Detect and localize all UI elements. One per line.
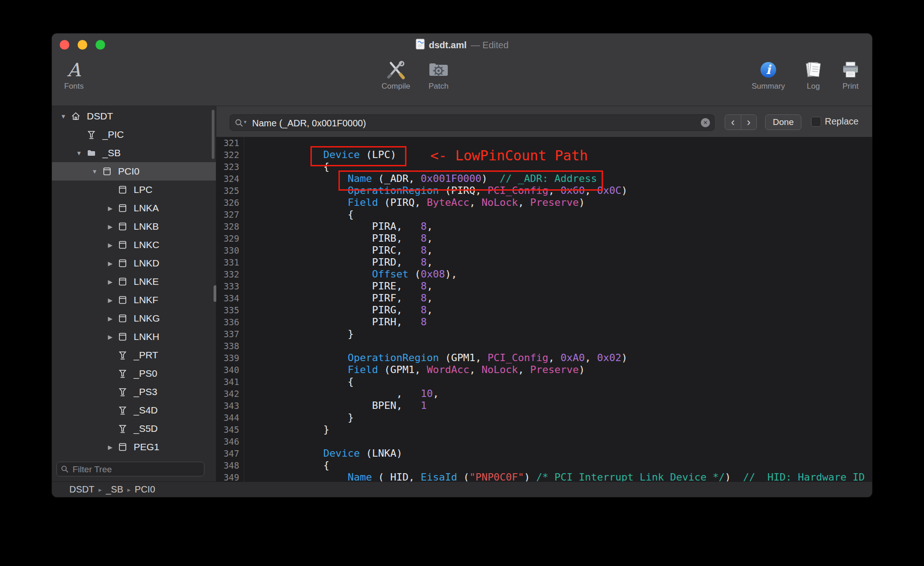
tree-item-lnke[interactable]: ▶LNKE [52, 272, 216, 291]
replace-checkbox[interactable] [811, 117, 821, 127]
tree-item-lnkh[interactable]: ▶LNKH [52, 328, 216, 346]
disclosure-open-icon[interactable]: ▼ [73, 150, 85, 157]
tree-item-_ps0[interactable]: _PS0 [52, 364, 216, 383]
zoom-button[interactable] [96, 40, 105, 50]
filter-tree-field[interactable] [56, 462, 204, 476]
code-text: OperationRegion (GPM1, PCI_Config, 0xA0,… [244, 352, 627, 364]
code-line[interactable]: 346 [216, 436, 872, 447]
disclosure-closed-icon[interactable]: ▶ [104, 278, 116, 285]
code-line[interactable]: 342 , 10, [216, 388, 872, 400]
code-line[interactable]: 332 Offset (0x08), [216, 268, 872, 280]
tree-item-_prt[interactable]: _PRT [52, 346, 216, 364]
code-text: PIRD, 8, [244, 256, 433, 268]
close-button[interactable] [60, 40, 69, 50]
disclosure-open-icon[interactable]: ▼ [57, 113, 69, 120]
tree-item-peg1[interactable]: ▶PEG1 [52, 438, 216, 456]
tree-item-lpc[interactable]: LPC [52, 181, 216, 199]
tree-item-label: LNKB [134, 221, 159, 232]
tree-item-_ps3[interactable]: _PS3 [52, 383, 216, 401]
code-line[interactable]: 349 Name (_HID, EisaId ("PNP0C0F") /* PC… [216, 471, 872, 481]
disclosure-open-icon[interactable]: ▼ [89, 168, 101, 175]
breadcrumb-separator-icon: ▸ [127, 486, 130, 493]
document-icon [416, 39, 425, 51]
code-line[interactable]: 340 Field (GPM1, WordAcc, NoLock, Preser… [216, 364, 872, 376]
editor-panel: ▾ ✕ ‹ › Done Replace 321322 Device (LPC)… [216, 106, 872, 481]
breadcrumb-item[interactable]: _SB [106, 484, 123, 495]
code-text: { [244, 161, 329, 173]
code-line[interactable]: 334 PIRF, 8, [216, 292, 872, 304]
find-next-button[interactable]: › [741, 115, 757, 130]
tree-item-lnkb[interactable]: ▶LNKB [52, 217, 216, 236]
code-line[interactable]: 326 Field (PIRQ, ByteAcc, NoLock, Preser… [216, 197, 872, 209]
filter-tree-input[interactable] [72, 462, 201, 477]
sidebar-scrollbar[interactable] [212, 110, 214, 159]
search-icon[interactable] [234, 118, 244, 130]
disclosure-closed-icon[interactable]: ▶ [104, 334, 116, 340]
code-line[interactable]: 324 Name (_ADR, 0x001F0000) // _ADR: Add… [216, 173, 872, 185]
code-lines: 321322 Device (LPC)323 {324 Name (_ADR, … [216, 137, 872, 481]
minimize-button[interactable] [78, 40, 87, 50]
code-line[interactable]: 338 [216, 340, 872, 352]
fonts-button[interactable]: A Fonts [52, 59, 96, 91]
tree-item-_s4d[interactable]: _S4D [52, 401, 216, 419]
code-line[interactable]: 330 PIRC, 8, [216, 244, 872, 256]
find-previous-button[interactable]: ‹ [725, 115, 741, 130]
code-line[interactable]: 328 PIRA, 8, [216, 221, 872, 232]
tree-item-_pic[interactable]: _PIC [52, 125, 216, 144]
tree-item-lnkf[interactable]: ▶LNKF [52, 291, 216, 309]
find-input[interactable] [251, 115, 696, 131]
code-text: Field (GPM1, WordAcc, NoLock, Preserve) [244, 364, 585, 376]
code-line[interactable]: 329 PIRB, 8, [216, 232, 872, 244]
code-line[interactable]: 344 } [216, 412, 872, 424]
breadcrumb-item[interactable]: DSDT [69, 484, 94, 495]
tree-item-lnkd[interactable]: ▶LNKD [52, 254, 216, 272]
disclosure-closed-icon[interactable]: ▶ [104, 315, 116, 322]
disclosure-closed-icon[interactable]: ▶ [104, 223, 116, 230]
code-line[interactable]: 343 BPEN, 1 [216, 400, 872, 412]
disclosure-closed-icon[interactable]: ▶ [104, 205, 116, 212]
line-number: 328 [216, 221, 244, 232]
code-line[interactable]: 339 OperationRegion (GPM1, PCI_Config, 0… [216, 352, 872, 364]
code-line[interactable]: 331 PIRD, 8, [216, 256, 872, 268]
code-line[interactable]: 336 PIRH, 8 [216, 316, 872, 328]
tree-item-lnkg[interactable]: ▶LNKG [52, 309, 216, 328]
code-text: PIRF, 8, [244, 292, 433, 304]
tree-item-pci0[interactable]: ▼PCI0 [52, 162, 216, 181]
code-line[interactable]: 348 { [216, 459, 872, 471]
find-field[interactable]: ▾ ✕ [230, 114, 715, 131]
compile-button[interactable]: Compile [374, 59, 418, 91]
disclosure-closed-icon[interactable]: ▶ [104, 444, 116, 451]
code-line[interactable]: 335 PIRG, 8, [216, 304, 872, 316]
tree-item-lnka[interactable]: ▶LNKA [52, 199, 216, 217]
code-line[interactable]: 333 PIRE, 8, [216, 280, 872, 292]
disclosure-closed-icon[interactable]: ▶ [104, 242, 116, 249]
code-line[interactable]: 341 { [216, 376, 872, 388]
tree-item-_s5d[interactable]: _S5D [52, 419, 216, 438]
summary-button[interactable]: i Summary [746, 59, 790, 91]
tree-item-lnkc[interactable]: ▶LNKC [52, 236, 216, 254]
code-line[interactable]: 347 Device (LNKA) [216, 447, 872, 459]
window-title: dsdt.aml [429, 40, 467, 51]
summary-info-icon: i [759, 59, 778, 80]
breadcrumb-item[interactable]: PCI0 [135, 484, 155, 495]
method-icon [116, 405, 129, 415]
disclosure-closed-icon[interactable]: ▶ [104, 260, 116, 267]
tree-item-label: _S5D [134, 423, 158, 434]
patch-button[interactable]: Patch [417, 59, 461, 91]
line-number: 338 [216, 340, 244, 352]
code-text: , 10, [244, 388, 439, 400]
device-icon [116, 203, 129, 213]
code-line[interactable]: 345 } [216, 424, 872, 436]
done-button[interactable]: Done [765, 114, 801, 130]
clear-search-icon[interactable]: ✕ [701, 118, 710, 127]
code-editor[interactable]: 321322 Device (LPC)323 {324 Name (_ADR, … [216, 137, 872, 481]
tree-item-_sb[interactable]: ▼_SB [52, 144, 216, 162]
code-line[interactable]: 327 { [216, 209, 872, 221]
tree-item-dsdt[interactable]: ▼DSDT [52, 107, 216, 125]
disclosure-closed-icon[interactable]: ▶ [104, 297, 116, 304]
search-menu-chevron-icon[interactable]: ▾ [244, 119, 247, 125]
code-line[interactable]: 325 OperationRegion (PIRQ, PCI_Config, 0… [216, 185, 872, 197]
print-button[interactable]: Print [828, 59, 872, 91]
code-line[interactable]: 337 } [216, 328, 872, 340]
code-text: { [244, 209, 354, 221]
